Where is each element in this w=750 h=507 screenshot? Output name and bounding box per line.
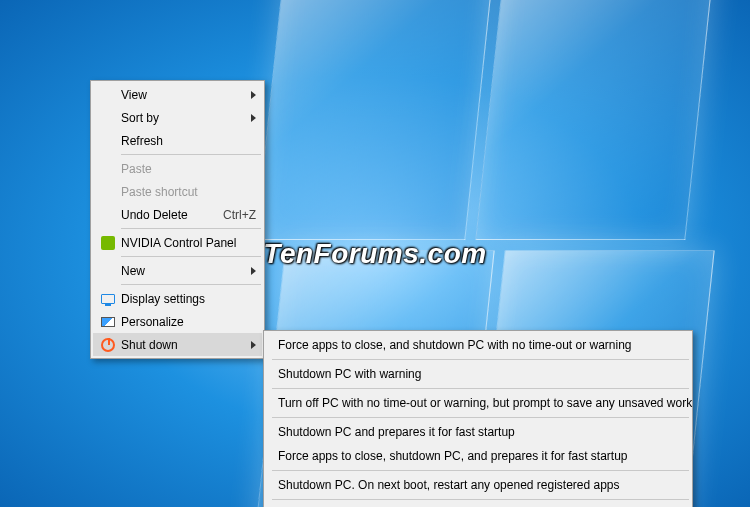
menu-item-view[interactable]: View (93, 83, 262, 106)
menu-label: New (119, 264, 245, 278)
menu-shortcut: Ctrl+Z (213, 208, 256, 222)
submenu-item-force-no-timeout[interactable]: Force apps to close, and shutdown PC wit… (266, 333, 690, 357)
submenu-item-with-warning[interactable]: Shutdown PC with warning (266, 362, 690, 386)
menu-item-sort-by[interactable]: Sort by (93, 106, 262, 129)
menu-label: Sort by (119, 111, 245, 125)
submenu-item-force-fast-startup[interactable]: Force apps to close, shutdown PC, and pr… (266, 444, 690, 468)
menu-label: Force apps to close, and shutdown PC wit… (276, 338, 684, 352)
wallpaper-pane (255, 0, 494, 240)
menu-item-paste-shortcut: Paste shortcut (93, 180, 262, 203)
menu-label: Shutdown PC and prepares it for fast sta… (276, 425, 684, 439)
menu-label: Refresh (119, 134, 256, 148)
menu-separator (272, 470, 689, 471)
submenu-arrow-icon (251, 341, 256, 349)
menu-item-refresh[interactable]: Refresh (93, 129, 262, 152)
menu-separator (272, 417, 689, 418)
menu-label: Personalize (119, 315, 256, 329)
shutdown-submenu: Force apps to close, and shutdown PC wit… (263, 330, 693, 507)
menu-label: Undo Delete (119, 208, 213, 222)
menu-label: Paste shortcut (119, 185, 256, 199)
menu-label: Shutdown PC with warning (276, 367, 684, 381)
menu-label: Display settings (119, 292, 256, 306)
menu-label: Shut down (119, 338, 245, 352)
shutdown-icon (97, 336, 119, 354)
menu-separator (121, 228, 261, 229)
menu-separator (121, 256, 261, 257)
nvidia-icon (97, 234, 119, 252)
submenu-item-restart-apps[interactable]: Shutdown PC. On next boot, restart any o… (266, 473, 690, 497)
blank-icon (97, 86, 119, 104)
submenu-item-fast-startup[interactable]: Shutdown PC and prepares it for fast sta… (266, 420, 690, 444)
menu-label: Paste (119, 162, 256, 176)
menu-label: NVIDIA Control Panel (119, 236, 256, 250)
submenu-item-slide[interactable]: Slide to shut down PC (266, 502, 690, 507)
menu-label: Shutdown PC. On next boot, restart any o… (276, 478, 684, 492)
menu-separator (121, 154, 261, 155)
menu-item-undo-delete[interactable]: Undo Delete Ctrl+Z (93, 203, 262, 226)
menu-separator (121, 284, 261, 285)
menu-item-new[interactable]: New (93, 259, 262, 282)
menu-separator (272, 388, 689, 389)
menu-item-paste: Paste (93, 157, 262, 180)
blank-icon (97, 206, 119, 224)
submenu-arrow-icon (251, 114, 256, 122)
menu-item-nvidia-control-panel[interactable]: NVIDIA Control Panel (93, 231, 262, 254)
menu-item-shut-down[interactable]: Shut down (93, 333, 262, 356)
blank-icon (97, 109, 119, 127)
menu-item-display-settings[interactable]: Display settings (93, 287, 262, 310)
menu-label: Turn off PC with no time-out or warning,… (276, 396, 692, 410)
blank-icon (97, 262, 119, 280)
submenu-arrow-icon (251, 91, 256, 99)
blank-icon (97, 183, 119, 201)
menu-item-personalize[interactable]: Personalize (93, 310, 262, 333)
wallpaper-pane (475, 0, 714, 240)
submenu-item-prompt-save[interactable]: Turn off PC with no time-out or warning,… (266, 391, 690, 415)
menu-separator (272, 499, 689, 500)
desktop-context-menu: View Sort by Refresh Paste Paste shortcu… (90, 80, 265, 359)
menu-label: Force apps to close, shutdown PC, and pr… (276, 449, 684, 463)
blank-icon (97, 160, 119, 178)
personalize-icon (97, 313, 119, 331)
menu-separator (272, 359, 689, 360)
submenu-arrow-icon (251, 267, 256, 275)
blank-icon (97, 132, 119, 150)
display-icon (97, 290, 119, 308)
menu-label: View (119, 88, 245, 102)
